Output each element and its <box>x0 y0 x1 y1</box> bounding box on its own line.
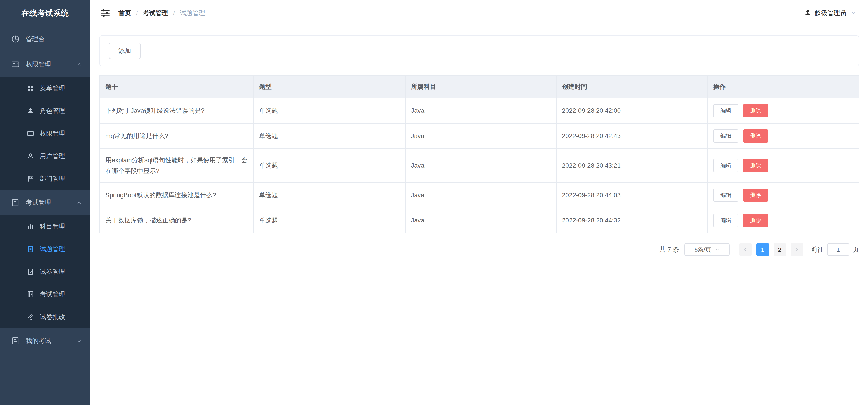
pie-chart-icon <box>11 35 20 43</box>
cell-question: mq常见的用途是什么? <box>100 123 253 148</box>
sidebar-item-label: 权限管理 <box>40 129 65 138</box>
pagination-total: 共 7 条 <box>659 245 679 254</box>
notebook-icon <box>27 291 34 298</box>
sidebar-group-myexam[interactable]: 我的考试 <box>0 328 90 353</box>
sidebar-group-permission[interactable]: 权限管理 <box>0 52 90 77</box>
cell-created: 2022-09-28 20:42:43 <box>556 123 708 148</box>
sidebar-group-label: 考试管理 <box>26 198 51 207</box>
edit-button[interactable]: 编辑 <box>713 104 739 117</box>
delete-button[interactable]: 删除 <box>743 189 768 202</box>
chevron-down-icon <box>715 247 720 252</box>
next-page-button[interactable] <box>791 243 803 256</box>
cell-created: 2022-09-28 20:42:00 <box>556 98 708 123</box>
add-button[interactable]: 添加 <box>109 43 141 59</box>
edit-button[interactable]: 编辑 <box>713 214 739 227</box>
username-label: 超级管理员 <box>815 9 846 18</box>
sidebar-group-exam[interactable]: 考试管理 <box>0 190 90 215</box>
question-table: 题干 题型 所属科目 创建时间 操作 下列对于Java锁升级说法错误的是? 单选… <box>99 75 859 233</box>
page-size-select[interactable]: 5条/页 <box>684 243 730 256</box>
sidebar-item-label: 试卷批改 <box>40 313 65 321</box>
cell-subject: Java <box>405 123 556 148</box>
sidebar-item-paper-manage[interactable]: 试卷管理 <box>0 261 90 283</box>
pagination: 共 7 条 5条/页 1 2 前往 页 <box>99 243 859 256</box>
jumper-input[interactable] <box>827 243 849 256</box>
sidebar-item-dashboard[interactable]: 管理台 <box>0 27 90 52</box>
breadcrumb-separator: / <box>136 9 138 17</box>
sidebar-item-paper-grading[interactable]: 试卷批改 <box>0 306 90 328</box>
sidebar-item-question-manage[interactable]: 试题管理 <box>0 238 90 261</box>
column-header-subject: 所属科目 <box>405 75 556 98</box>
breadcrumb-home[interactable]: 首页 <box>119 9 131 18</box>
table-row: 下列对于Java锁升级说法错误的是? 单选题 Java 2022-09-28 2… <box>100 98 859 123</box>
postcard-icon <box>11 60 20 69</box>
sidebar-item-exam-manage[interactable]: 考试管理 <box>0 283 90 306</box>
table-row: 用explain分析sql语句性能时，如果使用了索引，会在哪个字段中显示? 单选… <box>100 148 859 182</box>
sidebar-item-label: 菜单管理 <box>40 84 65 93</box>
delete-button[interactable]: 删除 <box>743 214 768 227</box>
cell-type: 单选题 <box>253 208 405 233</box>
flag-icon <box>27 175 34 182</box>
sidebar-item-menu-manage[interactable]: 菜单管理 <box>0 77 90 100</box>
sidebar-item-label: 科目管理 <box>40 222 65 231</box>
sidebar-item-user-manage[interactable]: 用户管理 <box>0 145 90 167</box>
page-button-2[interactable]: 2 <box>774 243 786 256</box>
cell-type: 单选题 <box>253 98 405 123</box>
edit-button[interactable]: 编辑 <box>713 129 739 142</box>
jumper-suffix-label: 页 <box>852 245 859 254</box>
cell-type: 单选题 <box>253 182 405 208</box>
sidebar-item-role-manage[interactable]: 角色管理 <box>0 100 90 122</box>
cell-question: 关于数据库锁，描述正确的是? <box>100 208 253 233</box>
sidebar-item-label: 用户管理 <box>40 152 65 160</box>
sidebar-item-subject-manage[interactable]: 科目管理 <box>0 215 90 238</box>
chevron-up-icon <box>76 61 82 68</box>
breadcrumb-exam-manage[interactable]: 考试管理 <box>143 9 168 18</box>
table-row: SpringBoot默认的数据库连接池是什么? 单选题 Java 2022-09… <box>100 182 859 208</box>
chevron-up-icon <box>76 199 82 206</box>
app-title: 在线考试系统 <box>0 0 90 27</box>
cell-type: 单选题 <box>253 148 405 182</box>
chevron-down-icon <box>76 338 82 344</box>
table-row: mq常见的用途是什么? 单选题 Java 2022-09-28 20:42:43… <box>100 123 859 148</box>
cell-created: 2022-09-28 20:44:32 <box>556 208 708 233</box>
document-icon <box>11 198 20 207</box>
jumper-prefix-label: 前往 <box>811 245 824 254</box>
delete-button[interactable]: 删除 <box>743 159 768 172</box>
user-dropdown[interactable]: 超级管理员 <box>804 9 857 18</box>
cell-created: 2022-09-28 20:43:21 <box>556 148 708 182</box>
column-header-type: 题型 <box>253 75 405 98</box>
cell-subject: Java <box>405 182 556 208</box>
sidebar-item-label: 管理台 <box>26 35 45 43</box>
document-lines-icon <box>27 245 34 253</box>
prev-page-button[interactable] <box>739 243 752 256</box>
cell-type: 单选题 <box>253 123 405 148</box>
postcard-icon <box>27 130 34 137</box>
pencil-icon <box>27 313 34 321</box>
sidebar-toggle-icon[interactable] <box>100 8 110 18</box>
cell-created: 2022-09-28 20:44:03 <box>556 182 708 208</box>
column-header-created: 创建时间 <box>556 75 708 98</box>
page-jumper: 前往 页 <box>811 243 859 256</box>
sidebar-item-label: 试题管理 <box>40 245 65 254</box>
cell-subject: Java <box>405 98 556 123</box>
sidebar-item-label: 部门管理 <box>40 174 65 183</box>
table-header-row: 题干 题型 所属科目 创建时间 操作 <box>100 75 859 98</box>
delete-button[interactable]: 删除 <box>743 104 768 117</box>
cell-subject: Java <box>405 208 556 233</box>
sidebar-item-dept-manage[interactable]: 部门管理 <box>0 167 90 190</box>
sidebar-item-auth-manage[interactable]: 权限管理 <box>0 122 90 145</box>
sidebar-item-label: 角色管理 <box>40 107 65 115</box>
sidebar-item-label: 考试管理 <box>40 290 65 299</box>
delete-button[interactable]: 删除 <box>743 129 768 142</box>
chevron-down-icon <box>850 9 857 17</box>
breadcrumb-separator: / <box>173 9 175 17</box>
page-button-1[interactable]: 1 <box>756 243 769 256</box>
document-icon <box>11 336 20 345</box>
toolbar-card: 添加 <box>99 35 859 66</box>
sidebar-group-label: 权限管理 <box>26 60 51 69</box>
submenu-exam: 科目管理 试题管理 试卷管理 考试管理 <box>0 215 90 328</box>
edit-button[interactable]: 编辑 <box>713 159 739 172</box>
edit-button[interactable]: 编辑 <box>713 189 739 202</box>
sidebar: 在线考试系统 管理台 权限管理 菜单管理 <box>0 0 90 405</box>
sidebar-group-label: 我的考试 <box>26 337 51 345</box>
cell-subject: Java <box>405 148 556 182</box>
